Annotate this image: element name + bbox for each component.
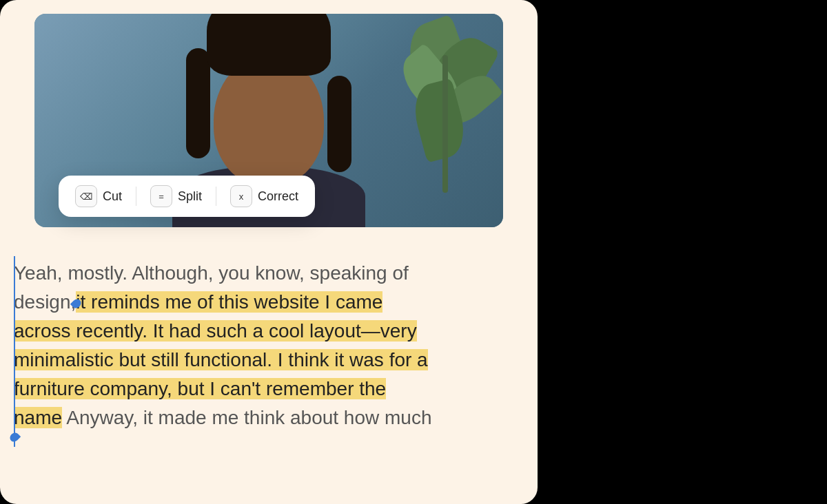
cut-key-badge: ⌫ (75, 185, 97, 207)
divider-1 (136, 187, 136, 206)
correct-label: Correct (258, 189, 298, 204)
correct-button[interactable]: x Correct (225, 182, 304, 210)
transcript-line2-highlighted: it reminds me of this website I came (76, 291, 382, 313)
equals-icon: = (159, 191, 164, 202)
split-button[interactable]: = Split (145, 182, 207, 210)
transcript-line5: furniture company, but I can't remember … (14, 378, 386, 399)
transcript-line2-before: design, (14, 291, 76, 313)
correct-key-badge: x (230, 185, 252, 207)
transcript-line1: Yeah, mostly. Although, you know, speaki… (14, 262, 409, 284)
transcript-line6-before: name (14, 407, 62, 428)
transcript-line4: minimalistic but still functional. I thi… (14, 349, 428, 370)
transcript-line6-after: Anyway, it made me think about how much (62, 407, 431, 428)
toolbar-popup: ⌫ Cut = Split x Correct (59, 176, 315, 217)
split-key-badge: = (150, 185, 172, 207)
right-panel (538, 0, 827, 504)
backspace-icon: ⌫ (80, 191, 92, 202)
x-icon: x (239, 191, 244, 202)
transcript-area: Yeah, mostly. Although, you know, speaki… (0, 248, 538, 504)
transcript-text: Yeah, mostly. Although, you know, speaki… (14, 259, 524, 432)
cut-button[interactable]: ⌫ Cut (70, 182, 127, 210)
main-container: ⌫ Cut = Split x Correct Yeah, mostly. Al… (0, 0, 538, 504)
split-label: Split (178, 189, 202, 204)
divider-2 (216, 187, 216, 206)
cut-label: Cut (103, 189, 122, 204)
transcript-line3: across recently. It had such a cool layo… (14, 320, 417, 342)
